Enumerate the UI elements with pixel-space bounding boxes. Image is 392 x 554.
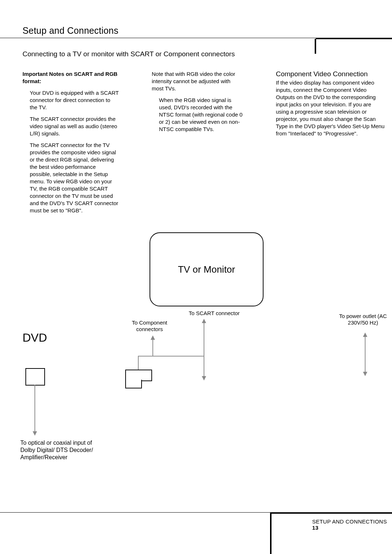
col2-p2: When the RGB video signal is used, DVD's… (152, 97, 243, 133)
manual-page: Setup and Connections Connecting to a TV… (0, 0, 392, 554)
col3-heading: Component Video Connection (276, 70, 385, 78)
label-to-audio: To optical or coaxial input of Dolby Dig… (20, 439, 104, 461)
audio-arrowhead (33, 431, 37, 436)
audio-vline (34, 385, 35, 432)
page-title: Setup and Connections (23, 25, 118, 36)
digital-out-icon (25, 368, 45, 386)
tv-monitor-box: TV or Monitor (150, 232, 264, 306)
footer-vert (270, 512, 271, 554)
label-to-power: To power outlet (AC 230V/50 Hz) (334, 313, 392, 326)
section-title: Connecting to a TV or monitor with SCART… (23, 50, 235, 58)
column-3: Component Video Connection If the video … (276, 70, 385, 142)
label-to-component: To Component connectors (124, 319, 175, 333)
col3-p1: If the video display has component video… (276, 79, 385, 137)
column-2: Note that with RGB video the color inten… (152, 70, 243, 137)
col1-p2: The SCART connector provides the video s… (23, 115, 119, 137)
col2-p1: Note that with RGB video the color inten… (152, 70, 243, 92)
connection-diagram: DVD TV or Monitor To SCART connector To … (0, 232, 392, 508)
tv-monitor-label: TV or Monitor (178, 264, 235, 275)
col1-heading: Important Notes on SCART and RGB format: (23, 70, 119, 85)
dvd-label: DVD (23, 331, 47, 345)
label-to-scart: To SCART connector (189, 310, 240, 317)
top-rule (0, 38, 392, 39)
col1-p3: The SCART connector for the TV provides … (23, 142, 119, 214)
footer-text: SETUP AND CONNECTIONS 13 (312, 518, 392, 531)
scart-vdrop (138, 356, 139, 370)
scart-hline (138, 356, 204, 357)
scart-connector-icon (125, 370, 152, 381)
column-1: Important Notes on SCART and RGB format:… (23, 70, 119, 219)
footer-horz (270, 512, 392, 514)
footer-page: 13 (312, 525, 318, 531)
col1-p1: Your DVD is equipped with a SCART connec… (23, 89, 119, 111)
footer-section: SETUP AND CONNECTIONS (312, 518, 387, 525)
